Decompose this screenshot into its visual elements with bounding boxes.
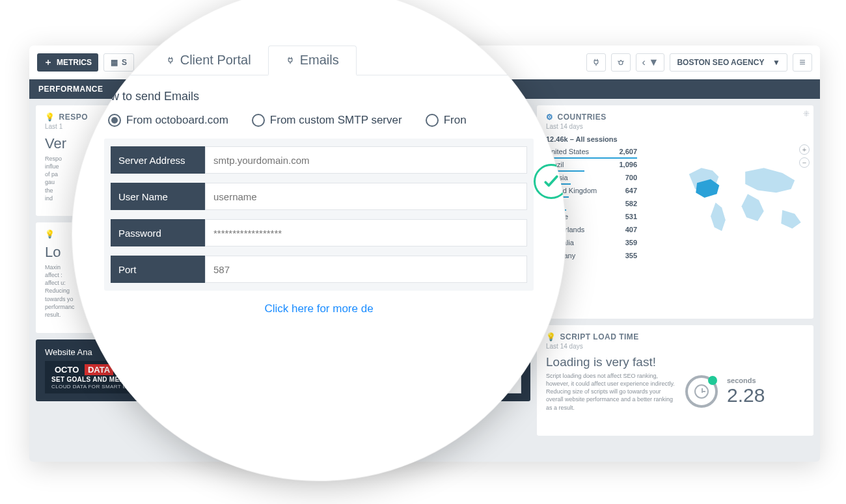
- bug-toolbar-icon[interactable]: [611, 53, 631, 72]
- bulb-icon: 💡: [546, 332, 556, 341]
- settings-tabs: nt Client Portal Emails: [104, 46, 534, 75]
- metric-label: seconds: [727, 377, 765, 384]
- share-toolbar-icon[interactable]: ‹ ▼: [636, 53, 664, 72]
- plug-icon: [286, 56, 295, 65]
- agency-dropdown[interactable]: BOSTON SEO AGENCY ▼: [670, 53, 787, 72]
- menu-icon[interactable]: ≡: [793, 53, 812, 72]
- countries-card: ⁜ ⚙COUNTRIES Last 14 days + − 12.46k – A…: [537, 105, 813, 319]
- gear-icon[interactable]: ⚙: [546, 113, 554, 122]
- metric-value: 2.28: [727, 384, 765, 406]
- email-source-radios: From octoboard.com From custom SMTP serv…: [104, 114, 534, 127]
- card-subtitle: Last 14 days: [546, 343, 804, 350]
- svg-point-11: [620, 61, 623, 65]
- input-user-name[interactable]: [205, 183, 527, 210]
- plug-toolbar-icon[interactable]: [586, 53, 606, 72]
- label-user-name: User Name: [111, 183, 205, 210]
- magnifier-overlay: nt Client Portal Emails ow to send Email…: [72, 0, 566, 481]
- card-desc: Script loading does not affect SEO ranki…: [546, 372, 676, 412]
- radio-custom-smtp[interactable]: From custom SMTP server: [252, 114, 402, 127]
- plug-icon: [166, 56, 175, 65]
- input-port[interactable]: [205, 256, 527, 283]
- country-row[interactable]: Brazil1,096: [546, 159, 637, 170]
- card-big-title: Loading is very fast!: [546, 355, 804, 369]
- sessions-summary: 12.46k – All sessions: [546, 135, 637, 143]
- grid-button[interactable]: ▦ S: [103, 53, 134, 72]
- tab-client-portal[interactable]: Client Portal: [149, 46, 268, 75]
- zoom-in-icon[interactable]: +: [799, 144, 810, 155]
- tab-emails[interactable]: Emails: [268, 46, 357, 75]
- smtp-form: Server Address User Name Password Port: [104, 139, 534, 291]
- radio-octoboard[interactable]: From octoboard.com: [108, 114, 228, 127]
- drag-icon[interactable]: ⁜: [803, 109, 810, 118]
- bulb-icon: 💡: [45, 230, 55, 239]
- input-server-address[interactable]: [205, 146, 527, 174]
- input-password[interactable]: [205, 219, 527, 246]
- label-server-address: Server Address: [111, 146, 205, 174]
- radio-from-other[interactable]: Fron: [426, 114, 467, 127]
- section-title: ow to send Emails: [104, 90, 534, 103]
- octo-word: OCTO: [51, 364, 82, 375]
- world-map: [686, 155, 810, 239]
- card-subtitle: Last 14 days: [546, 123, 804, 130]
- metrics-button[interactable]: ＋METRICS: [37, 53, 98, 72]
- label-port: Port: [111, 256, 205, 283]
- country-row[interactable]: United States2,607: [546, 146, 637, 157]
- label-password: Password: [111, 219, 205, 246]
- bulb-icon: 💡: [45, 113, 55, 122]
- more-details-link[interactable]: Click here for more de: [104, 302, 534, 315]
- clock-gauge-icon: [685, 375, 718, 408]
- script-load-card: 💡SCRIPT LOAD TIME Last 14 days Loading i…: [537, 325, 813, 436]
